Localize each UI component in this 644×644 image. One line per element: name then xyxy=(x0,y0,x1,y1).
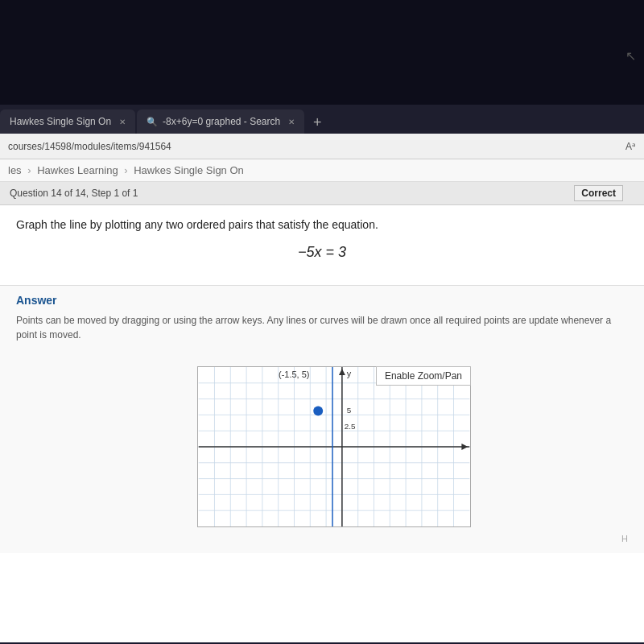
svg-text:y: y xyxy=(347,369,352,378)
svg-text:5: 5 xyxy=(347,406,352,415)
graph-container: Enable Zoom/Pan xyxy=(173,366,471,527)
dark-background xyxy=(0,0,644,105)
point-label: (-1.5, 5) xyxy=(279,369,310,379)
svg-text:2.5: 2.5 xyxy=(345,422,356,431)
breadcrumb: les › Hawkes Learning › Hawkes Single Si… xyxy=(0,159,644,182)
tab-close-2[interactable]: ✕ xyxy=(288,118,295,126)
tab-close-1[interactable]: ✕ xyxy=(119,118,126,126)
breadcrumb-sep-1: › xyxy=(27,164,34,176)
breadcrumb-item-3: Hawkes Single Sign On xyxy=(134,164,244,176)
new-tab-icon: + xyxy=(313,114,322,131)
graph-area[interactable]: y 5 2.5 (-1.5, 5) xyxy=(197,366,471,527)
question-header: Question 14 of 14, Step 1 of 1 Correct xyxy=(0,182,644,205)
new-tab-button[interactable]: + xyxy=(306,111,328,134)
url-display: courses/14598/modules/items/941564 xyxy=(8,141,619,152)
answer-label: Answer xyxy=(16,294,628,307)
tab-label-1: Hawkes Single Sign On xyxy=(10,116,111,127)
tab-search[interactable]: 🔍 -8x+6y=0 graphed - Search ✕ xyxy=(137,109,304,134)
svg-marker-27 xyxy=(339,369,345,375)
question-instruction: Graph the line by plotting any two order… xyxy=(16,218,628,231)
enable-zoom-pan-button[interactable]: Enable Zoom/Pan xyxy=(376,366,471,386)
drag-instruction: Points can be moved by dragging or using… xyxy=(16,313,628,342)
search-icon-tab: 🔍 xyxy=(147,117,158,127)
question-number: Question 14 of 14, Step 1 of 1 xyxy=(10,188,138,199)
browser-chrome: Hawkes Single Sign On ✕ 🔍 -8x+6y=0 graph… xyxy=(0,105,644,159)
tab-label-2: -8x+6y=0 graphed - Search xyxy=(163,116,280,127)
question-body: Graph the line by plotting any two order… xyxy=(0,205,644,285)
hawkes-watermark: H xyxy=(621,534,628,543)
address-bar[interactable]: courses/14598/modules/items/941564 Aᵃ xyxy=(0,134,644,159)
tab-hawkes-sso[interactable]: Hawkes Single Sign On ✕ xyxy=(0,109,135,134)
svg-point-33 xyxy=(313,407,323,416)
main-content: Question 14 of 14, Step 1 of 1 Correct G… xyxy=(0,182,644,642)
tab-bar: Hawkes Single Sign On ✕ 🔍 -8x+6y=0 graph… xyxy=(0,105,644,134)
breadcrumb-item-2[interactable]: Hawkes Learning xyxy=(37,164,118,176)
breadcrumb-item-1: les xyxy=(8,164,22,176)
aa-button[interactable]: Aᵃ xyxy=(625,141,636,152)
graph-svg: y 5 2.5 xyxy=(198,367,470,526)
svg-marker-28 xyxy=(461,444,468,450)
breadcrumb-sep-2: › xyxy=(124,164,130,176)
answer-section: Answer Points can be moved by dragging o… xyxy=(0,285,644,553)
equation-display: −5x = 3 xyxy=(16,244,628,261)
correct-badge: Correct xyxy=(574,185,623,201)
